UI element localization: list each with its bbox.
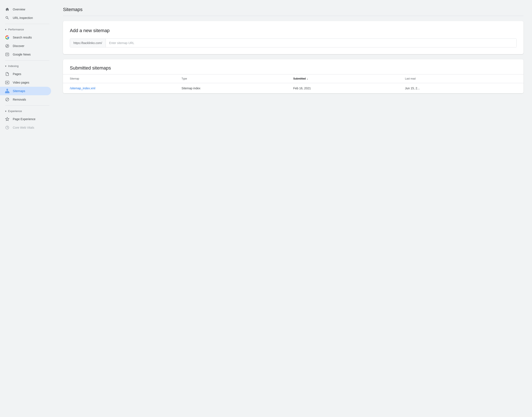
table-header-submitted[interactable]: Submitted ↓ <box>293 77 405 80</box>
add-sitemap-card: Add a new sitemap https://backlinko.com/ <box>63 21 523 54</box>
sidebar-item-discover[interactable]: Discover <box>0 42 51 50</box>
search-icon <box>5 16 9 20</box>
sidebar-overview-label: Overview <box>13 8 25 11</box>
removals-icon <box>5 97 9 102</box>
add-sitemap-title: Add a new sitemap <box>70 28 517 33</box>
svg-rect-0 <box>6 53 9 56</box>
chevron-down-icon-3: ▾ <box>5 110 6 113</box>
chevron-down-icon: ▾ <box>5 28 6 31</box>
sidebar-item-page-experience[interactable]: Page Experience <box>0 115 51 123</box>
table-header-sitemap: Sitemap <box>70 77 181 80</box>
video-pages-icon <box>5 80 9 85</box>
home-icon <box>5 7 9 11</box>
sidebar-discover-label: Discover <box>13 44 24 48</box>
sidebar-item-pages[interactable]: Pages <box>0 70 51 78</box>
sidebar-search-results-label: Search results <box>13 36 32 39</box>
sidebar-video-pages-label: Video pages <box>13 81 29 84</box>
discover-icon <box>5 44 9 48</box>
sidebar-item-core-web-vitals[interactable]: Core Web Vitals <box>0 123 51 132</box>
main-content: Sitemaps Add a new sitemap https://backl… <box>54 0 532 417</box>
sidebar-core-web-vitals-label: Core Web Vitals <box>13 126 34 129</box>
sidebar-section-indexing[interactable]: ▾ Indexing <box>0 62 54 70</box>
sidebar-item-overview[interactable]: Overview <box>0 5 51 14</box>
table-header-last-read: Last read <box>405 77 517 80</box>
chevron-down-icon-2: ▾ <box>5 65 6 68</box>
sidebar: Overview URL inspection ▾ Performance Se… <box>0 0 54 417</box>
sidebar-item-sitemaps[interactable]: Sitemaps <box>0 87 51 95</box>
sidebar-page-experience-label: Page Experience <box>13 117 35 121</box>
sidebar-url-inspection-label: URL inspection <box>13 16 33 20</box>
svg-rect-6 <box>5 92 6 93</box>
sidebar-divider-2 <box>5 60 49 61</box>
table-header-row: Sitemap Type Submitted ↓ Last read <box>63 74 523 83</box>
sidebar-google-news-label: Google News <box>13 53 31 56</box>
table-cell-submitted: Feb 16, 2021 <box>293 86 405 90</box>
table-row: /sitemap_index.xml Sitemap index Feb 16,… <box>63 83 523 93</box>
page-experience-icon <box>5 117 9 121</box>
sitemap-url-input[interactable] <box>106 39 516 47</box>
google-icon <box>5 35 9 40</box>
svg-marker-16 <box>6 117 9 121</box>
svg-rect-8 <box>8 92 9 93</box>
svg-rect-5 <box>7 89 8 90</box>
sidebar-section-experience[interactable]: ▾ Experience <box>0 107 54 115</box>
table-cell-last-read: Jun 15, 2... <box>405 86 517 90</box>
sidebar-item-search-results[interactable]: Search results <box>0 33 51 42</box>
page-title: Sitemaps <box>63 7 523 12</box>
submitted-label: Submitted <box>293 77 306 80</box>
title-divider <box>63 16 523 16</box>
sidebar-item-google-news[interactable]: Google News <box>0 50 51 59</box>
base-url-label: https://backlinko.com/ <box>70 39 106 47</box>
pages-icon <box>5 72 9 76</box>
sort-down-icon: ↓ <box>307 77 308 80</box>
experience-section-label: Experience <box>8 110 22 113</box>
sitemap-input-row: https://backlinko.com/ <box>70 39 517 47</box>
table-cell-type: Sitemap index <box>181 86 293 90</box>
svg-line-15 <box>6 98 9 101</box>
svg-rect-7 <box>7 92 8 93</box>
sidebar-item-removals[interactable]: Removals <box>0 95 51 104</box>
sidebar-item-url-inspection[interactable]: URL inspection <box>0 14 51 22</box>
sidebar-section-performance[interactable]: ▾ Performance <box>0 26 54 33</box>
submitted-sitemaps-card: Submitted sitemaps Sitemap Type Submitte… <box>63 59 523 93</box>
sidebar-pages-label: Pages <box>13 72 21 76</box>
sidebar-divider-3 <box>5 105 49 106</box>
google-news-icon <box>5 52 9 57</box>
svg-marker-4 <box>7 82 8 83</box>
indexing-section-label: Indexing <box>8 64 19 68</box>
submitted-sitemaps-title: Submitted sitemaps <box>63 59 523 74</box>
sitemaps-icon <box>5 89 9 93</box>
table-cell-sitemap[interactable]: /sitemap_index.xml <box>70 86 181 90</box>
sidebar-item-video-pages[interactable]: Video pages <box>0 78 51 87</box>
sidebar-removals-label: Removals <box>13 98 26 101</box>
sidebar-sitemaps-label: Sitemaps <box>13 89 25 93</box>
table-header-type: Type <box>181 77 293 80</box>
performance-section-label: Performance <box>8 28 24 31</box>
core-web-vitals-icon <box>5 125 9 130</box>
